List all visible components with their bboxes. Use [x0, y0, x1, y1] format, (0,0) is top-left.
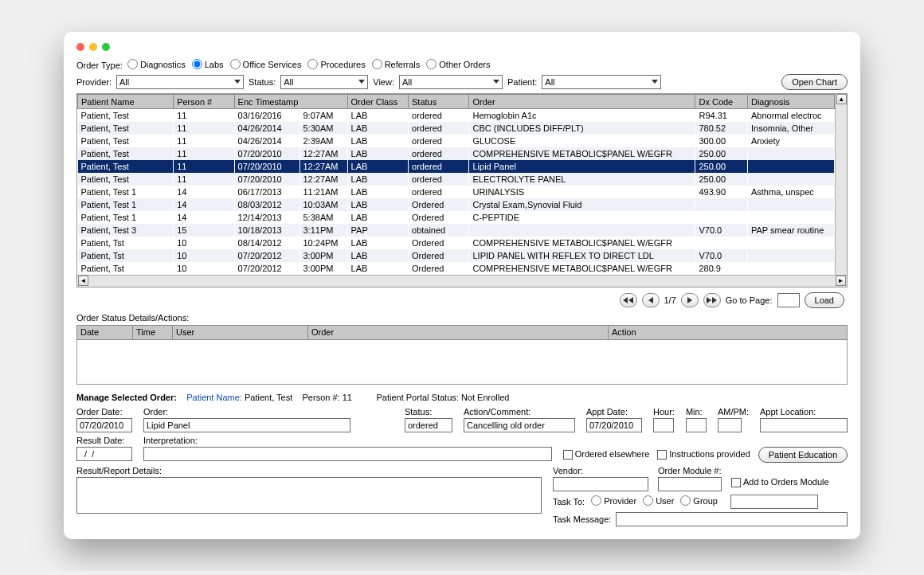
table-row[interactable]: Patient, Test 11412/14/20135:38AMLABOrde… — [78, 211, 835, 224]
hour-label: Hour: — [653, 407, 675, 417]
hour-input[interactable] — [653, 418, 674, 432]
task-to-provider[interactable]: Provider — [591, 495, 636, 506]
portal-status-label: Patient Portal Status: — [376, 393, 458, 402]
prev-page-button[interactable] — [642, 293, 660, 307]
order-type-diagnostics[interactable]: Diagnostics — [127, 59, 186, 69]
order-date-input[interactable] — [76, 418, 132, 432]
order-type-office-services[interactable]: Office Services — [230, 59, 302, 69]
appt-date-label: Appt Date: — [586, 407, 642, 417]
status-input[interactable] — [405, 418, 452, 432]
column-header[interactable]: Person # — [174, 95, 234, 109]
order-type-other-orders[interactable]: Other Orders — [426, 59, 490, 69]
column-header[interactable]: Order Class — [347, 95, 408, 109]
vendor-label: Vendor: — [553, 466, 648, 475]
result-details-textarea[interactable] — [76, 477, 542, 514]
action-comment-input[interactable] — [464, 418, 575, 432]
details-column-header: Action — [609, 325, 848, 339]
goto-page-input[interactable] — [777, 293, 800, 307]
order-type-labs[interactable]: Labs — [192, 59, 224, 69]
order-module-label: Order Module #: — [658, 466, 722, 475]
details-column-header: Date — [77, 325, 133, 339]
table-row[interactable]: Patient, Tst1007/20/20123:00PMLABOrdered… — [78, 249, 835, 262]
next-page-button[interactable] — [681, 293, 699, 307]
order-type-referrals[interactable]: Referrals — [372, 59, 421, 69]
table-row[interactable]: Patient, Test 11408/03/201210:03AMLABOrd… — [78, 198, 835, 211]
instructions-provided-checkbox[interactable]: Instructions provided — [657, 449, 750, 460]
portal-status-value: Not Enrolled — [461, 393, 510, 402]
form-row-1: Order Date: Order: Status: Action/Commen… — [76, 407, 848, 432]
open-chart-button[interactable]: Open Chart — [781, 74, 848, 90]
page-indicator: 1/7 — [664, 295, 676, 305]
details-body[interactable] — [76, 340, 848, 385]
table-row[interactable]: Patient, Tst1007/20/20123:00PMLABOrdered… — [78, 262, 835, 275]
maximize-icon[interactable] — [102, 43, 110, 51]
form-row-2: Result Date: Interpretation: Ordered els… — [76, 436, 848, 463]
table-row[interactable]: Patient, Test1107/20/201012:27AMLABorder… — [78, 160, 835, 173]
details-column-header: Time — [133, 325, 173, 339]
person-number-value: 11 — [343, 393, 352, 402]
patient-name-value: Patient, Test — [245, 393, 292, 402]
table-row[interactable]: Patient, Test1104/26/20142:39AMLABordere… — [78, 135, 835, 147]
table-row[interactable]: Patient, Test1104/26/20145:30AMLABordere… — [78, 122, 835, 135]
column-header[interactable]: Diagnosis — [747, 95, 834, 109]
filter-row: Provider: All Status: All View: All Pati… — [76, 74, 848, 90]
appt-location-label: Appt Location: — [760, 407, 848, 417]
details-title: Order Status Details/Actions: — [76, 313, 848, 323]
column-header[interactable]: Dx Code — [695, 95, 748, 109]
table-row[interactable]: Patient, Tst1008/14/201210:24PMLABOrdere… — [78, 237, 835, 249]
window-titlebar — [76, 41, 848, 59]
order-type-procedures[interactable]: Procedures — [307, 59, 365, 69]
first-page-button[interactable] — [620, 293, 637, 307]
vendor-input[interactable] — [553, 477, 648, 491]
horizontal-scrollbar[interactable]: ◄ ► — [77, 275, 847, 287]
ampm-label: AM/PM: — [718, 407, 749, 417]
order-type-label: Order Type: — [76, 61, 123, 70]
manage-selected-line: Manage Selected Order: Patient Name: Pat… — [76, 393, 848, 402]
interpretation-input[interactable] — [143, 447, 552, 461]
order-input[interactable] — [143, 418, 350, 432]
table-row[interactable]: Patient, Test1103/16/20169:07AMLABordere… — [78, 109, 835, 122]
result-date-input[interactable] — [76, 447, 132, 461]
column-header[interactable]: Order — [469, 95, 695, 109]
ampm-input[interactable] — [718, 418, 742, 432]
add-to-orders-checkbox[interactable]: Add to Orders Module — [731, 466, 829, 491]
status-filter-dropdown[interactable]: All — [280, 75, 368, 89]
order-module-input[interactable] — [658, 477, 722, 491]
table-row[interactable]: Patient, Test1107/20/201012:27AMLABorder… — [78, 173, 835, 186]
load-button[interactable]: Load — [805, 292, 844, 308]
table-row[interactable]: Patient, Test 31510/18/20133:11PMPAPobta… — [78, 224, 835, 237]
column-header[interactable]: Patient Name — [78, 95, 174, 109]
orders-table[interactable]: Patient NamePerson #Enc TimestampOrder C… — [77, 94, 835, 275]
last-page-button[interactable] — [703, 293, 721, 307]
min-input[interactable] — [686, 418, 707, 432]
goto-page-label: Go to Page: — [726, 295, 773, 305]
task-to-group[interactable]: Group — [680, 495, 718, 506]
minimize-icon[interactable] — [89, 43, 97, 51]
status-label: Status: — [249, 77, 276, 87]
provider-dropdown[interactable]: All — [116, 75, 244, 89]
task-to-user[interactable]: User — [643, 495, 674, 506]
task-to-input[interactable] — [730, 495, 818, 509]
patient-name-label: Patient Name: — [186, 393, 242, 402]
appt-location-input[interactable] — [760, 418, 848, 432]
column-header[interactable]: Enc Timestamp — [234, 95, 347, 109]
column-header[interactable]: Status — [409, 95, 469, 109]
view-label: View: — [373, 77, 394, 87]
table-row[interactable]: Patient, Test1107/20/201012:27AMLABorder… — [78, 147, 835, 160]
appt-date-input[interactable] — [586, 418, 642, 432]
interpretation-label: Interpretation: — [143, 436, 552, 445]
patient-education-button[interactable]: Patient Education — [758, 447, 848, 463]
vertical-scrollbar[interactable]: ▲ — [835, 94, 847, 275]
view-dropdown[interactable]: All — [399, 75, 503, 89]
orders-grid: Patient NamePerson #Enc TimestampOrder C… — [76, 93, 848, 288]
orders-window: Order Type: Diagnostics Labs Office Serv… — [64, 32, 860, 539]
status-form-label: Status: — [405, 407, 452, 417]
task-message-input[interactable] — [616, 512, 848, 526]
ordered-elsewhere-checkbox[interactable]: Ordered elsewhere — [563, 449, 650, 460]
task-message-label: Task Message: — [553, 514, 611, 524]
patient-dropdown[interactable]: All — [542, 75, 661, 89]
table-row[interactable]: Patient, Test 11406/17/201311:21AMLABord… — [78, 186, 835, 198]
close-icon[interactable] — [76, 43, 84, 51]
order-date-label: Order Date: — [76, 407, 132, 417]
form-row-3: Result/Report Details: Vendor: Order Mod… — [76, 466, 848, 526]
